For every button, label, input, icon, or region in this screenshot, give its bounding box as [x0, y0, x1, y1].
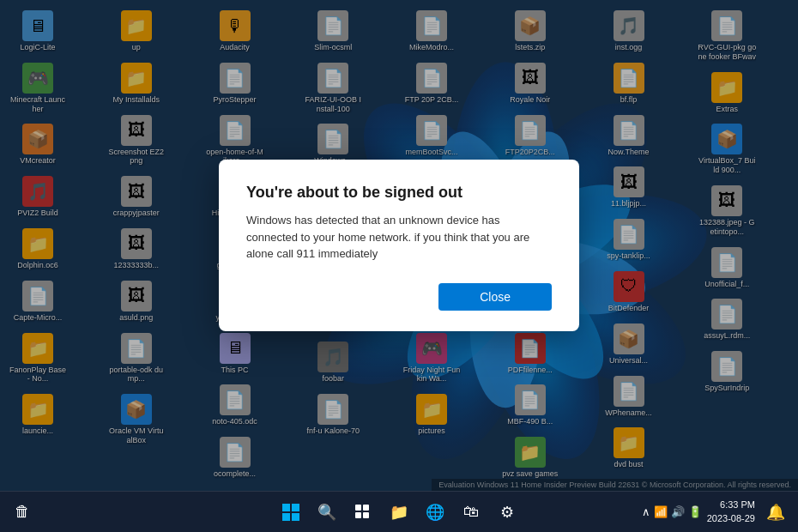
settings-taskbar[interactable]: ⚙ — [492, 497, 523, 528]
network-icon: 📶 — [654, 505, 668, 518]
search-taskbar-button[interactable]: 🔍 — [311, 497, 342, 528]
svg-rect-24 — [355, 505, 361, 511]
notification-icon[interactable]: 🔔 — [760, 497, 791, 528]
sys-tray: ∧ 📶 🔊 🔋 — [642, 505, 702, 518]
store-taskbar[interactable]: 🛍 — [456, 497, 487, 528]
svg-rect-23 — [292, 513, 299, 521]
modal-overlay: You're about to be signed out Windows ha… — [0, 0, 798, 491]
svg-rect-21 — [292, 504, 299, 511]
file-explorer-taskbar[interactable]: 📁 — [384, 497, 414, 528]
speaker-icon[interactable]: 🔊 — [671, 505, 685, 518]
taskbar-left: 🗑 — [7, 497, 38, 528]
taskbar: 🗑 🔍 📁 🌐 🛍 — [0, 491, 798, 532]
taskbar-center: 🔍 📁 🌐 🛍 ⚙ — [275, 497, 523, 528]
taskbar-right: ∧ 📶 🔊 🔋 6:33 PM 2023-08-29 🔔 — [642, 497, 791, 528]
dialog-box: You're about to be signed out Windows ha… — [219, 160, 579, 331]
close-button[interactable]: Close — [438, 283, 552, 311]
task-view-button[interactable] — [348, 497, 378, 528]
svg-rect-25 — [363, 505, 369, 511]
dialog-actions: Close — [246, 283, 552, 311]
svg-rect-22 — [282, 513, 290, 521]
chrome-taskbar[interactable]: 🌐 — [420, 497, 450, 528]
recycle-bin-taskbar[interactable]: 🗑 — [7, 497, 38, 528]
clock[interactable]: 6:33 PM 2023-08-29 — [707, 499, 755, 525]
battery-icon: 🔋 — [688, 505, 702, 518]
svg-rect-27 — [363, 512, 369, 518]
dialog-title: You're about to be signed out — [246, 184, 552, 202]
svg-rect-26 — [355, 512, 361, 518]
dialog-body: Windows has detected that an unknown dev… — [246, 212, 552, 263]
start-button[interactable] — [275, 497, 306, 528]
desktop: 🖥LogiC-Lite🎮Minecraft Launcher📦VMcreator… — [0, 0, 798, 532]
svg-rect-20 — [282, 504, 290, 511]
chevron-icon[interactable]: ∧ — [642, 505, 650, 518]
